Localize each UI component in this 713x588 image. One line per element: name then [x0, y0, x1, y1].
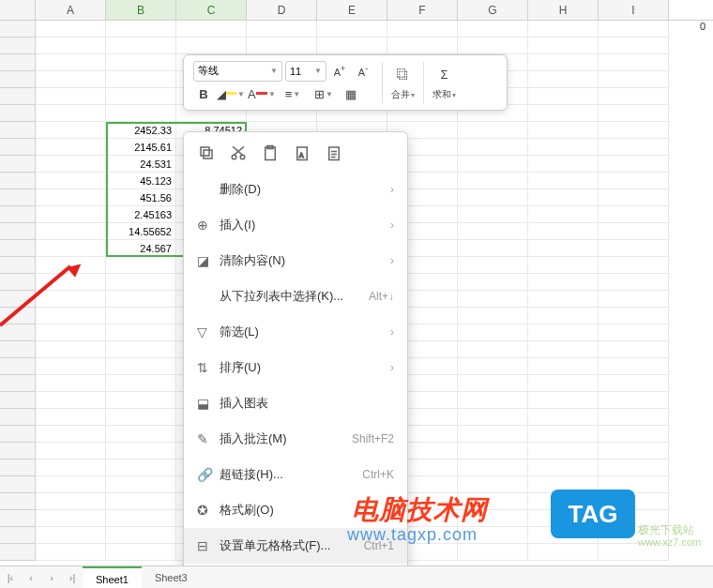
paste-icon[interactable]	[261, 143, 280, 162]
tab-prev-button[interactable]: ‹	[21, 572, 41, 583]
font-color-icon: A	[248, 87, 256, 101]
chevron-right-icon: ›	[390, 325, 394, 339]
svg-point-2	[232, 155, 236, 159]
link-icon: 🔗	[197, 467, 220, 482]
sort-icon: ⇅	[197, 360, 220, 375]
column-headers: A B C D E F G H I	[0, 0, 713, 21]
format-cells-button[interactable]: ▦	[341, 84, 361, 105]
tab-last-button[interactable]: ›|	[62, 572, 83, 583]
sheet-tab-3[interactable]: Sheet3	[142, 566, 201, 589]
align-button[interactable]: ≡▼	[279, 84, 307, 105]
font-color-button[interactable]: A▼	[248, 84, 276, 105]
cell-b9[interactable]: 24.531	[106, 156, 176, 173]
paint-bucket-icon: ◢	[217, 87, 226, 101]
font-size-select[interactable]: 11▼	[285, 61, 326, 82]
ctx-delete[interactable]: 删除(D)›	[184, 172, 407, 207]
merge-button[interactable]: ⿻	[393, 65, 414, 85]
autosum-button[interactable]: Σ	[434, 65, 455, 85]
cell-b12[interactable]: 2.45163	[106, 206, 176, 223]
format-icon: ⊟	[197, 538, 220, 553]
svg-rect-1	[201, 147, 209, 156]
col-header-i[interactable]: I	[599, 0, 669, 20]
ctx-filter[interactable]: ▽筛选(L)›	[184, 314, 407, 350]
ctx-chart[interactable]: ⬓插入图表	[184, 385, 407, 421]
ctx-clear[interactable]: ◪清除内容(N)›	[184, 243, 407, 279]
svg-text:A: A	[299, 152, 304, 158]
decrease-font-button[interactable]: A-	[353, 61, 373, 82]
col-header-b[interactable]: B	[106, 0, 176, 20]
chevron-down-icon: ▼	[270, 67, 278, 75]
ctx-comment[interactable]: ✎插入批注(M)Shift+F2	[184, 421, 407, 457]
chevron-right-icon: ›	[390, 219, 394, 232]
chevron-right-icon: ›	[390, 183, 394, 196]
cell-b13[interactable]: 14.55652	[106, 223, 176, 240]
watermark-title: 电脑技术网	[352, 492, 488, 528]
chevron-right-icon: ›	[390, 254, 394, 267]
insert-icon: ⊕	[197, 218, 220, 233]
svg-point-3	[240, 155, 245, 159]
border-icon: ⊞	[314, 87, 325, 101]
ctx-sort[interactable]: ⇅排序(U)›	[184, 350, 407, 385]
autosum-label: 求和▾	[432, 88, 456, 101]
mini-toolbar: 等线▼ 11▼ A+ A- B ◢▼ A▼ ≡▼ ⊞▼ ▦ ⿻ 合并▾ Σ 求和…	[183, 54, 508, 111]
cut-icon[interactable]	[229, 143, 248, 162]
bold-button[interactable]: B	[193, 84, 214, 105]
highlight-button[interactable]: ◢▼	[217, 84, 245, 105]
col-header-d[interactable]: D	[247, 0, 317, 20]
chevron-down-icon: ▼	[314, 67, 322, 75]
cells-icon: ▦	[345, 87, 356, 101]
col-header-h[interactable]: H	[528, 0, 599, 20]
ctx-insert[interactable]: ⊕插入(I)›	[184, 207, 407, 243]
watermark-site-url: www.xz7.com	[638, 536, 701, 548]
tab-next-button[interactable]: ›	[41, 572, 62, 583]
cell-b11[interactable]: 451.56	[106, 189, 176, 206]
font-name-select[interactable]: 等线▼	[193, 61, 282, 82]
col-header-c[interactable]: C	[176, 0, 247, 20]
copy-icon[interactable]	[197, 143, 216, 162]
paste-text-icon[interactable]: A	[293, 143, 311, 162]
col-header-f[interactable]: F	[387, 0, 458, 20]
comment-icon: ✎	[197, 431, 220, 446]
cell-b8[interactable]: 2145.61	[106, 139, 176, 156]
cell-b7[interactable]: 2452.33	[106, 122, 176, 139]
sheet-tabs: |‹ ‹ › ›| Sheet1 Sheet3	[0, 565, 713, 588]
merge-label: 合并▾	[391, 88, 415, 101]
chevron-right-icon: ›	[390, 361, 394, 374]
svg-rect-0	[204, 150, 212, 158]
ctx-hyperlink[interactable]: 🔗超链接(H)...Ctrl+K	[184, 457, 407, 492]
sigma-icon: Σ	[440, 68, 448, 82]
border-button[interactable]: ⊞▼	[310, 84, 338, 105]
tab-first-button[interactable]: |‹	[0, 572, 21, 583]
col-header-a[interactable]: A	[36, 0, 106, 20]
eraser-icon: ◪	[197, 253, 220, 268]
col-header-g[interactable]: G	[458, 0, 528, 20]
align-icon: ≡	[285, 87, 293, 101]
brush-icon: ✪	[197, 503, 220, 518]
funnel-icon: ▽	[197, 324, 220, 339]
cell-b14[interactable]: 24.567	[106, 240, 176, 257]
sheet-tab-1[interactable]: Sheet1	[83, 566, 142, 589]
col-header-e[interactable]: E	[317, 0, 387, 20]
cell-b10[interactable]: 45.123	[106, 173, 176, 189]
increase-font-button[interactable]: A+	[329, 61, 350, 82]
merge-icon: ⿻	[397, 68, 409, 82]
paste-special-icon[interactable]	[325, 143, 343, 162]
tag-badge: TAG	[551, 490, 635, 538]
watermark-url: www.tagxp.com	[347, 525, 478, 545]
ctx-dropdown-select[interactable]: 从下拉列表中选择(K)...Alt+↓	[184, 279, 407, 314]
select-all-corner[interactable]	[0, 0, 36, 20]
chart-icon: ⬓	[197, 396, 220, 411]
